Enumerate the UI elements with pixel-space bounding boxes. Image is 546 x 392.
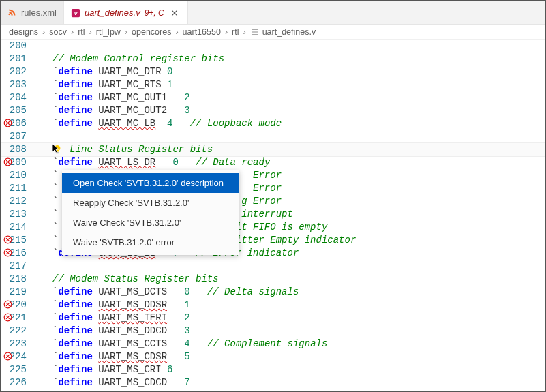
error-icon[interactable] [3, 157, 12, 166]
whitespace [167, 351, 184, 362]
tab-label: rules.xml [21, 7, 57, 18]
close-icon[interactable] [168, 7, 181, 19]
breadcrumb-item[interactable]: uart_defines.v [262, 27, 316, 37]
code-content[interactable]: `define UART_MS_CCTS 4 // Complement sig… [39, 337, 545, 350]
whitespace [93, 351, 98, 362]
code-line[interactable]: 201// Modem Control register bits [1, 52, 545, 65]
code-content[interactable]: `define UART_MS_DDCD 3 [39, 325, 545, 337]
keyword: define [58, 338, 92, 349]
error-icon[interactable] [3, 300, 12, 309]
code-content[interactable]: `define UART_LS_DR 0 // Data ready [39, 156, 545, 169]
list-icon [250, 27, 260, 37]
code-line[interactable]: 208 Line Status Register bits [1, 143, 545, 156]
whitespace [93, 92, 98, 103]
whitespace [167, 325, 184, 336]
identifier-error: UART_MS_DDSR [98, 299, 167, 310]
line-number: 213 [1, 208, 39, 221]
identifier: UART_MC_RTS [98, 79, 161, 90]
breadcrumb-item[interactable]: designs [9, 27, 38, 37]
code-line[interactable]: 217 [1, 260, 545, 273]
number-literal: 3 [184, 105, 189, 116]
menu-item-open-check[interactable]: Open Check 'SVTB.31.2.0' description [62, 173, 239, 193]
code-line[interactable]: 220`define UART_MS_DDSR 1 [1, 299, 545, 312]
error-icon[interactable] [3, 352, 12, 361]
chevron-right-icon: › [89, 27, 92, 37]
keyword: define [58, 312, 92, 323]
code-content[interactable]: `define UART_MC_OUT2 3 [39, 104, 545, 117]
number-literal: 0 [172, 157, 178, 168]
line-number: 209 [1, 156, 39, 169]
error-icon[interactable] [3, 313, 12, 322]
code-content[interactable]: // Modem Control register bits [39, 52, 545, 65]
code-content[interactable]: `define UART_MS_CDCD 7 [39, 376, 545, 389]
error-icon[interactable] [3, 248, 12, 257]
code-content[interactable]: `define UART_MS_DDSR 1 [39, 299, 545, 312]
error-icon[interactable] [3, 119, 12, 127]
code-line[interactable]: 204`define UART_MC_OUT1 2 [1, 91, 545, 104]
identifier: UART_MC_OUT2 [98, 105, 167, 116]
keyword: define [58, 92, 92, 103]
breadcrumb-item[interactable]: rtl [78, 27, 85, 37]
error-icon[interactable] [3, 235, 12, 244]
code-line[interactable]: 205`define UART_MC_OUT2 3 [1, 104, 545, 117]
code-content[interactable]: `define UART_MC_LB 4 // Loopback mode [39, 117, 545, 130]
chevron-right-icon: › [243, 27, 245, 37]
identifier: UART_MC_OUT1 [98, 92, 167, 103]
code-content[interactable]: `define UART_MS_TERI 2 [39, 312, 545, 325]
breadcrumb-item[interactable]: rtl [232, 27, 239, 37]
code-content[interactable]: `define UART_MC_DTR 0 [39, 65, 545, 78]
code-content[interactable]: `define UART_MS_CDSR 5 [39, 350, 545, 363]
code-content[interactable]: `define UART_MC_RTS 1 [39, 78, 545, 91]
tab-bar: rules.xml V uart_defines.v 9+, C [1, 1, 545, 25]
code-line[interactable]: 219`define UART_MS_DCTS 0 // Delta signa… [1, 286, 545, 299]
code-content[interactable]: Line Status Register bits [39, 143, 545, 156]
code-line[interactable]: 206`define UART_MC_LB 4 // Loopback mode [1, 117, 545, 130]
tab-rules-xml[interactable]: rules.xml [1, 1, 64, 24]
menu-item-reapply-check[interactable]: Reapply Check 'SVTB.31.2.0' [62, 193, 239, 213]
number-literal: 5 [184, 351, 189, 362]
menu-item-waive-error[interactable]: Waive 'SVTB.31.2.0' error [62, 232, 239, 252]
code-line[interactable]: 202`define UART_MC_DTR 0 [1, 65, 545, 78]
lightbulb-icon[interactable] [52, 145, 62, 154]
keyword: define [58, 286, 92, 297]
line-number: 203 [1, 78, 39, 91]
code-line[interactable]: 209`define UART_LS_DR 0 // Data ready [1, 156, 545, 169]
whitespace [172, 118, 189, 129]
code-line[interactable]: 222`define UART_MS_DDCD 3 [1, 325, 545, 337]
code-line[interactable]: 223`define UART_MS_CCTS 4 // Complement … [1, 337, 545, 350]
code-line[interactable]: 225`define UART_MS_CRI 6 [1, 363, 545, 376]
line-number: 215 [1, 234, 39, 247]
code-content[interactable]: `define UART_MC_OUT1 2 [39, 91, 545, 104]
identifier: UART_MS_CRI [98, 364, 161, 375]
identifier-error: UART_MS_TERI [98, 312, 167, 323]
code-line[interactable]: 221`define UART_MS_TERI 2 [1, 312, 545, 325]
code-line[interactable]: 200 [1, 40, 545, 52]
code-line[interactable]: 226`define UART_MS_CDCD 7 [1, 376, 545, 389]
breadcrumb-item[interactable]: opencores [132, 27, 171, 37]
keyword: define [58, 66, 92, 77]
code-editor[interactable]: Open Check 'SVTB.31.2.0' description Rea… [1, 40, 545, 391]
identifier-error: UART_LS_DR [98, 157, 155, 168]
line-number: 208 [1, 143, 39, 156]
code-content[interactable]: // Modem Status Register bits [39, 273, 545, 286]
line-number: 220 [1, 299, 39, 312]
breadcrumb-item[interactable]: rtl_lpw [96, 27, 121, 37]
code-line[interactable]: 224`define UART_MS_CDSR 5 [1, 350, 545, 363]
code-line[interactable]: 218// Modem Status Register bits [1, 273, 545, 286]
code-content[interactable]: `define UART_MS_CRI 6 [39, 363, 545, 376]
code-line[interactable]: 207 [1, 130, 545, 143]
keyword: define [58, 105, 92, 116]
menu-item-waive-check[interactable]: Waive Check 'SVTB.31.2.0' [62, 213, 239, 232]
number-literal: 1 [184, 299, 189, 310]
whitespace [93, 312, 98, 323]
code-line[interactable]: 203`define UART_MC_RTS 1 [1, 78, 545, 91]
number-literal: 6 [167, 364, 172, 375]
code-content[interactable]: `define UART_MS_DCTS 0 // Delta signals [39, 286, 545, 299]
breadcrumb-item[interactable]: uart16550 [183, 27, 221, 37]
comment-text: interrupt [241, 209, 293, 220]
identifier: UART_MS_CDCD [98, 377, 167, 388]
breadcrumb-item[interactable]: socv [49, 27, 67, 37]
tab-uart-defines[interactable]: V uart_defines.v 9+, C [64, 1, 188, 24]
number-literal: 2 [184, 312, 189, 323]
number-literal: 0 [167, 66, 172, 77]
